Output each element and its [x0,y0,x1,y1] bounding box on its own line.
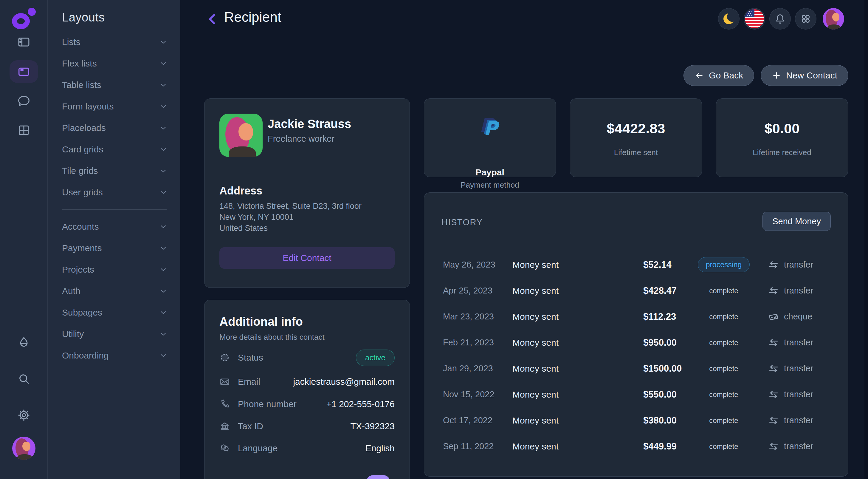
go-back-button[interactable]: Go Back [683,65,754,86]
sidebar-item-auth[interactable]: Auth [62,280,167,302]
logo-ring [12,13,30,29]
language-flag-button[interactable] [744,8,765,30]
phone-label: Phone number [238,399,297,409]
sidebar-item-placeloads[interactable]: Placeloads [62,117,167,139]
email-value: jackiestrauss@gmail.com [293,377,395,387]
table-row[interactable]: Apr 25, 2023 Money sent $428.47 complete… [441,278,831,304]
app-logo[interactable] [12,8,36,30]
table-row[interactable]: Oct 17, 2022 Money sent $380.00 complete… [441,408,831,433]
transfer-icon [768,259,779,271]
avatar-body [229,146,256,157]
row-method: transfer [768,363,813,374]
sidebar-item-table-lists[interactable]: Table lists [62,74,167,96]
back-chevron-icon[interactable] [205,11,221,27]
lifetime-received-label: Lifetime received [716,148,848,157]
toolbar: Go Back New Contact [683,65,848,86]
avatar-face [832,13,839,22]
sidebar-item-label: Table lists [62,80,101,90]
language-label: Language [238,443,278,453]
row-amount: $380.00 [643,415,677,426]
row-type: Money sent [513,442,559,452]
sidebar-item-utility[interactable]: Utility [62,323,167,345]
sidebar-item-tile-grids[interactable]: Tile grids [62,160,167,182]
paypal-logo-icon: P P P [479,114,500,138]
table-row[interactable]: May 26, 2023 Money sent $52.14 processin… [441,252,831,278]
chat-icon[interactable] [17,94,31,108]
language-bubbles-icon [219,443,231,454]
sidebar-item-label: Subpages [62,307,102,318]
contact-card: Jackie Strauss Freelance worker Address … [204,98,410,288]
active-status-badge: active [356,350,395,366]
chevron-down-icon [159,287,167,295]
sidebar-item-label: User grids [62,187,103,198]
address-title: Address [219,185,262,197]
tax-id-label: Tax ID [238,421,263,431]
field-email: Email jackiestrauss@gmail.com [219,372,395,391]
row-status: complete [695,442,752,451]
row-date: Mar 23, 2023 [443,312,512,322]
send-money-button[interactable]: Send Money [763,212,831,231]
sidebar-item-card-grids[interactable]: Card grids [62,139,167,160]
row-method: transfer [768,285,813,296]
sidebar-item-lists[interactable]: Lists [62,31,167,53]
notifications-button[interactable] [769,8,791,30]
sidebar-item-onboarding[interactable]: Onboarding [62,345,167,366]
row-status: complete [695,312,752,321]
partial-button[interactable] [366,475,390,479]
avatar-face [239,123,253,141]
transfer-icon [768,363,779,374]
grid-icon[interactable] [17,124,30,137]
apps-grid-icon [800,13,812,25]
scrollbar[interactable] [864,0,868,479]
sidebar-title: Layouts [62,11,105,24]
chevron-down-icon [159,81,167,89]
phone-value: +1 202-555-0176 [327,399,395,409]
bank-icon [219,421,231,431]
history-title: HISTORY [441,217,483,227]
table-row[interactable]: Feb 21, 2023 Money sent $950.00 complete… [441,330,831,356]
sidebar-item-user-grids[interactable]: User grids [62,182,167,203]
chevron-down-icon [159,102,167,111]
history-card: HISTORY Send Money May 26, 2023 Money se… [424,192,848,477]
search-icon[interactable] [17,372,30,385]
chevron-down-icon [159,38,167,46]
table-row[interactable]: Mar 23, 2023 Money sent $112.23 complete… [441,304,831,330]
sidebar-toggle-panel-icon[interactable] [17,35,31,49]
sidebar-item-payments[interactable]: Payments [62,237,167,259]
droplet-icon[interactable] [17,336,30,349]
edit-contact-button[interactable]: Edit Contact [219,247,395,269]
table-row[interactable]: Jan 29, 2023 Money sent $1500.00 complet… [441,356,831,382]
method-label: transfer [784,364,813,373]
rail-user-avatar[interactable] [12,437,35,460]
sidebar-item-label: Form layouts [62,101,114,112]
sidebar-item-label: Lists [62,37,81,47]
sidebar-item-projects[interactable]: Projects [62,259,167,280]
chevron-down-icon [159,351,167,360]
transfer-icon [768,389,779,400]
additional-info-subtitle: More details about this contact [219,333,395,342]
row-status: complete [695,364,752,373]
row-date: Jan 29, 2023 [443,364,512,373]
header-user-avatar[interactable] [823,8,844,30]
table-row[interactable]: Sep 11, 2022 Money sent $449.99 complete… [441,433,831,459]
sidebar-item-label: Utility [62,329,84,339]
row-status: processing [695,257,752,272]
dark-mode-toggle[interactable] [718,8,740,30]
bell-icon [774,13,786,25]
sidebar-item-label: Projects [62,265,94,275]
rail-item-layouts-active[interactable] [9,60,38,83]
sidebar-item-label: Onboarding [62,351,109,361]
apps-button[interactable] [795,8,816,30]
sidebar-item-subpages[interactable]: Subpages [62,302,167,323]
us-flag-icon [745,9,764,28]
transfer-icon [768,441,779,452]
avatar-body [828,25,841,30]
gear-icon[interactable] [17,409,30,422]
sidebar-item-form-layouts[interactable]: Form layouts [62,96,167,117]
sidebar-item-accounts[interactable]: Accounts [62,216,167,237]
address-line-1: 148, Victoria Street, Suite D23, 3rd flo… [219,201,362,212]
new-contact-button[interactable]: New Contact [761,65,848,86]
table-row[interactable]: Nov 15, 2022 Money sent $550.00 complete… [441,382,831,408]
sidebar: Layouts Lists Flex lists Table lists For… [48,0,180,479]
sidebar-item-flex-lists[interactable]: Flex lists [62,53,167,74]
